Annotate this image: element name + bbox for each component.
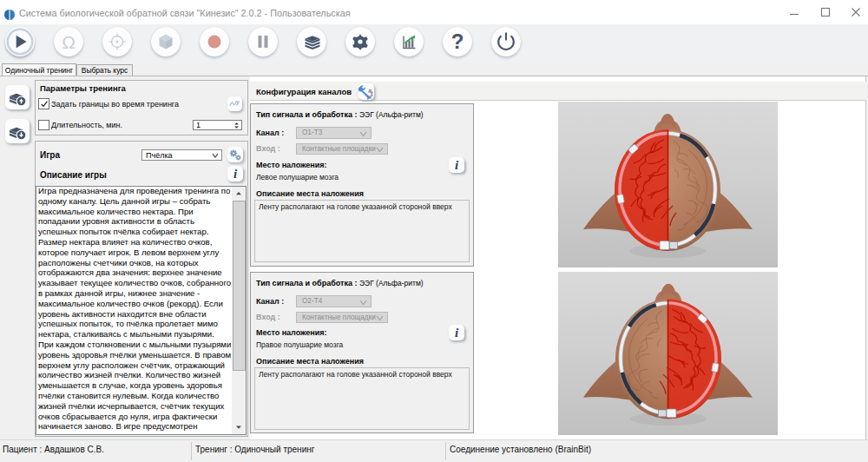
svg-text:?: ? bbox=[450, 30, 464, 53]
svg-text:Ω: Ω bbox=[62, 31, 76, 51]
